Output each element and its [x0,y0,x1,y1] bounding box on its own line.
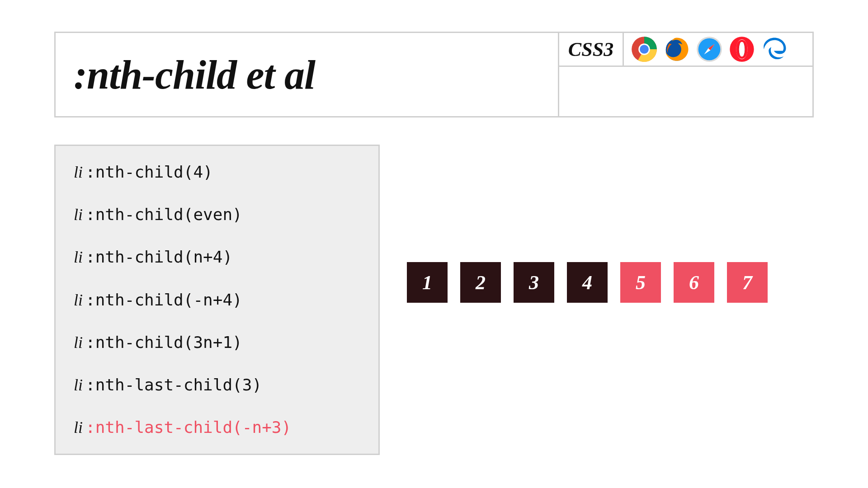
demo-box: 6 [674,262,714,303]
code-selector: :nth-last-child(-n+3) [85,418,291,436]
code-line: li:nth-last-child(-n+3) [74,418,360,437]
code-tag: li [74,376,83,394]
support-badge: CSS3 [558,33,812,116]
code-tag: li [74,291,83,309]
code-line: li:nth-child(3n+1) [74,333,360,352]
demo-box: 1 [407,262,448,303]
svg-point-2 [640,45,649,54]
code-line: li:nth-child(n+4) [74,247,360,267]
demo-box: 4 [567,262,608,303]
code-line: li:nth-child(4) [74,162,360,182]
slide-title: :nth-child et al [56,33,558,116]
support-badge-row: CSS3 [559,33,812,67]
code-selector: :nth-child(n+4) [85,248,232,266]
code-tag: li [74,163,83,181]
demo-boxes: 1234567 [407,145,814,303]
code-line: li:nth-child(-n+4) [74,290,360,310]
demo-box: 3 [514,262,554,303]
demo-box: 7 [727,262,768,303]
code-line: li:nth-child(even) [74,205,360,225]
safari-icon [696,36,722,62]
firefox-icon [664,36,690,62]
edge-icon [761,36,788,62]
code-tag: li [74,206,83,224]
code-tag: li [74,248,83,266]
code-tag: li [74,333,83,352]
slide-header: :nth-child et al CSS3 [54,32,814,117]
code-tag: li [74,418,83,436]
spec-label: CSS3 [559,33,624,66]
code-selector: :nth-last-child(3) [85,375,262,394]
demo-box: 5 [620,262,661,303]
demo-box: 2 [460,262,501,303]
code-selector: :nth-child(3n+1) [85,333,242,352]
slide: :nth-child et al CSS3 [0,0,868,488]
code-selector: :nth-child(-n+4) [85,291,242,309]
opera-icon [729,36,755,62]
code-selector: :nth-child(even) [85,205,242,224]
code-selector: :nth-child(4) [85,163,213,181]
chrome-icon [631,36,657,62]
support-badge-empty [559,67,812,116]
code-line: li:nth-last-child(3) [74,375,360,395]
slide-body: li:nth-child(4)li:nth-child(even)li:nth-… [54,145,814,455]
browser-icons [624,33,812,66]
code-panel: li:nth-child(4)li:nth-child(even)li:nth-… [54,145,380,455]
